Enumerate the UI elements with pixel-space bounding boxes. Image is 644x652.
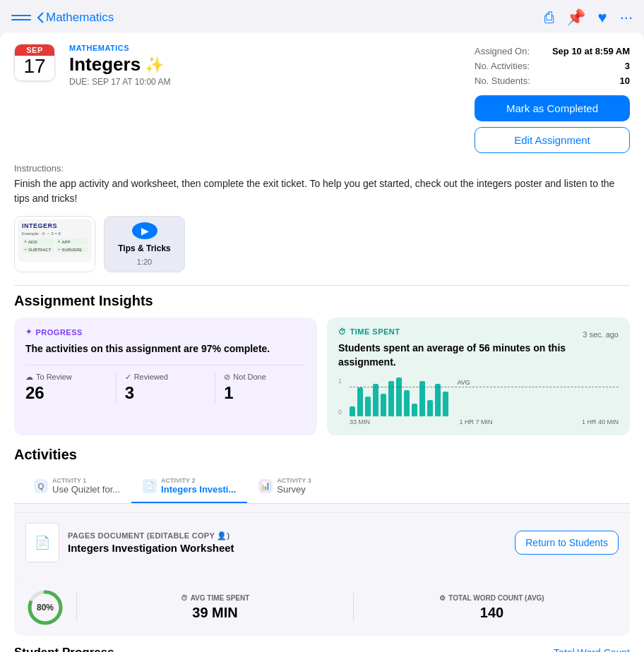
tab-activity-1[interactable]: Q ACTIVITY 1 Use Quizlet for... [23, 471, 131, 503]
word-count-metric: ⚙ TOTAL WORD COUNT (AVG) 140 [365, 594, 619, 621]
insights-heading: Assignment Insights [14, 293, 630, 309]
time-chart: 1 0 AVG 33 MIN 1 HR 7 MIN 1 HR 40 MIN [338, 378, 619, 425]
reviewed-icon: ✓ [125, 373, 131, 382]
edit-assignment-button[interactable]: Edit Assignment [475, 127, 630, 153]
mark-completed-button[interactable]: Mark as Completed [475, 95, 630, 121]
students-label: No. Students: [475, 76, 530, 86]
insights-row: ✦ PROGRESS The activities on this assign… [14, 318, 630, 435]
chart-bar [365, 397, 371, 416]
metrics-divider-2 [353, 593, 354, 622]
chart-bar [373, 384, 378, 416]
tab1-icon: Q [34, 479, 48, 493]
activities-value: 3 [625, 61, 630, 71]
sidebar-toggle-button[interactable] [11, 10, 31, 25]
worksheet-info: PAGES DOCUMENT (EDITABLE COPY 👤) Integer… [68, 531, 506, 554]
activities-tabs: Q ACTIVITY 1 Use Quizlet for... 📄 ACTIVI… [14, 471, 630, 504]
reviewed-value: 3 [125, 383, 207, 403]
back-label: Mathematics [46, 11, 114, 25]
chart-bar [404, 390, 410, 416]
calendar-icon: SEP 17 [14, 44, 55, 81]
chart-bar [381, 394, 386, 416]
stat-to-review: ☁ To Review 26 [25, 373, 117, 403]
video-label: Tips & Tricks [118, 243, 170, 253]
time-body: Students spent an average of 56 minutes … [338, 342, 619, 369]
video-attachment[interactable]: ▶ Tips & Tricks 1:20 [104, 216, 185, 272]
progress-tag: ✦ PROGRESS [25, 327, 306, 337]
poster-attachment[interactable]: INTEGERS Example: -3 → 3 = 6 + ADD + APP… [14, 216, 95, 272]
time-timestamp: 3 sec. ago [583, 330, 619, 339]
metrics-row: 80% ⏱ AVG TIME SPENT 39 MIN ⚙ TOTAL WORD… [14, 579, 630, 636]
student-progress-title: Student Progress [14, 646, 114, 652]
subject-label: MATHEMATICS [69, 44, 460, 52]
progress-percent: 80% [37, 603, 54, 612]
students-value: 10 [620, 76, 630, 86]
chart-bar [412, 404, 417, 416]
poster-inner: INTEGERS Example: -3 → 3 = 6 + ADD + APP… [18, 219, 92, 262]
worksheet-type: PAGES DOCUMENT (EDITABLE COPY 👤) [68, 531, 506, 541]
avg-time-value: 39 MIN [88, 605, 342, 621]
activities-row: No. Activities: 3 [475, 59, 630, 73]
metrics-divider-1 [76, 593, 77, 622]
main-content: SEP 17 MATHEMATICS Integers ✨ DUE: SEP 1… [0, 32, 644, 652]
instructions-section: Instructions: Finish the app activity an… [14, 163, 630, 206]
time-card: ⏱ TIME SPENT 3 sec. ago Students spent a… [327, 318, 630, 435]
assignment-title: Integers ✨ [69, 54, 460, 76]
time-tag-icon: ⏱ [338, 327, 347, 336]
chart-bar [396, 378, 402, 416]
student-progress-section: Student Progress Total Word Count JB Jas… [14, 646, 630, 652]
activities-section: Activities Q ACTIVITY 1 Use Quizlet for.… [14, 447, 630, 636]
assigned-on-row: Assigned On: Sep 10 at 8:59 AM [475, 44, 630, 59]
tab2-icon: 📄 [143, 479, 157, 493]
chart-bars: AVG [350, 378, 619, 416]
worksheet-card: 📄 PAGES DOCUMENT (EDITABLE COPY 👤) Integ… [14, 512, 630, 572]
progress-body: The activities on this assignment are 97… [25, 342, 306, 356]
progress-card: ✦ PROGRESS The activities on this assign… [14, 318, 317, 435]
pin-icon[interactable]: 📌 [566, 8, 585, 27]
cal-day: 17 [15, 56, 54, 80]
assigned-on-label: Assigned On: [475, 46, 530, 56]
tab-activity-2[interactable]: 📄 ACTIVITY 2 Integers Investi... [131, 471, 247, 503]
wordcount-icon: ⚙ [439, 594, 446, 602]
total-word-count-link[interactable]: Total Word Count [554, 647, 630, 652]
progress-circle: 80% [25, 588, 65, 627]
tab-activity-3[interactable]: 📊 ACTIVITY 3 Survey [247, 471, 322, 503]
worksheet-name: Integers Investigation Worksheet [68, 542, 506, 554]
section-divider [14, 285, 630, 286]
instructions-label: Instructions: [14, 163, 630, 174]
return-to-students-button[interactable]: Return to Students [515, 531, 619, 555]
activities-container: Q ACTIVITY 1 Use Quizlet for... 📄 ACTIVI… [14, 471, 630, 636]
tab3-icon: 📊 [258, 479, 273, 493]
not-done-value: 1 [224, 383, 306, 403]
due-date: DUE: SEP 17 AT 10:00 AM [69, 77, 460, 87]
chart-bar [427, 400, 433, 416]
back-button[interactable]: Mathematics [37, 11, 114, 25]
student-progress-header: Student Progress Total Word Count [14, 646, 630, 652]
attachments-row: INTEGERS Example: -3 → 3 = 6 + ADD + APP… [14, 216, 630, 272]
chart-bar [357, 387, 363, 416]
top-nav: Mathematics ⎙ 📌 ♥ ··· [0, 0, 644, 32]
word-count-value: 140 [365, 605, 619, 621]
assigned-on-value: Sep 10 at 8:59 AM [552, 46, 630, 56]
nav-right: ⎙ 📌 ♥ ··· [544, 8, 633, 27]
sparkle-icon: ✨ [145, 56, 164, 74]
more-icon[interactable]: ··· [620, 8, 633, 27]
play-button[interactable]: ▶ [132, 222, 157, 239]
time-tag: ⏱ TIME SPENT [338, 327, 400, 336]
progress-tag-icon: ✦ [25, 327, 32, 337]
progress-stats: ☁ To Review 26 ✓ Reviewed 3 [25, 365, 306, 403]
instructions-text: Finish the app activity and worksheet, t… [14, 176, 630, 206]
avg-time-metric: ⏱ AVG TIME SPENT 39 MIN [88, 594, 342, 621]
heart-icon[interactable]: ♥ [598, 8, 607, 27]
insights-section: Assignment Insights ✦ PROGRESS The activ… [14, 293, 630, 435]
chart-bar [350, 406, 355, 416]
worksheet-thumbnail: 📄 [25, 523, 59, 562]
not-done-icon: ⊘ [224, 373, 230, 382]
time-icon: ⏱ [181, 594, 188, 602]
meta-actions: Assigned On: Sep 10 at 8:59 AM No. Activ… [475, 44, 630, 153]
to-review-icon: ☁ [25, 373, 33, 382]
activities-label: No. Activities: [475, 61, 530, 71]
cal-month: SEP [15, 44, 54, 56]
stat-reviewed: ✓ Reviewed 3 [125, 373, 216, 403]
share-icon[interactable]: ⎙ [544, 8, 554, 27]
to-review-value: 26 [25, 383, 107, 403]
